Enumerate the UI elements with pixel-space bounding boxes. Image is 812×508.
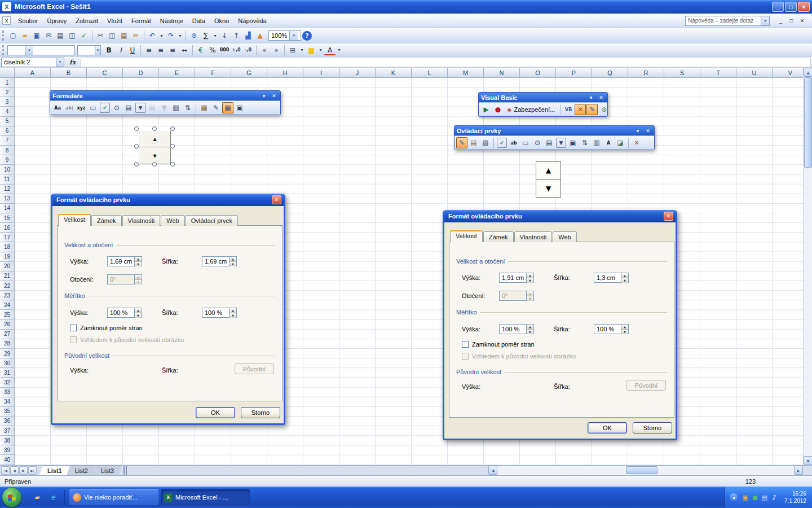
fill-color-dropdown[interactable]: ▾ [317, 45, 324, 56]
column-header[interactable]: K [376, 68, 412, 78]
chevron-down-icon[interactable]: ▾ [761, 16, 769, 25]
option-button-icon[interactable]: ⊙ [532, 137, 543, 148]
row-header[interactable]: 36 [0, 417, 14, 426]
ok-button[interactable]: OK [196, 407, 235, 418]
ie-icon[interactable]: e [47, 492, 59, 503]
merge-center-icon[interactable]: ↔ [179, 45, 190, 56]
text-box-icon[interactable]: ab [508, 137, 519, 148]
script-editor-icon[interactable]: ⊛ [598, 104, 610, 115]
align-left-icon[interactable]: ≡ [143, 45, 155, 56]
view-code-icon[interactable]: ▧ [480, 137, 491, 148]
sort-descending-icon[interactable]: ↑ [231, 30, 242, 41]
bold-icon[interactable]: B [103, 45, 114, 56]
autosum-icon[interactable]: ∑ [200, 30, 211, 41]
vertical-scrollbar[interactable]: ▲ ▼ [803, 68, 812, 465]
column-header[interactable]: P [556, 68, 592, 78]
control-toolbox-icon[interactable]: ✕ [575, 104, 586, 115]
column-header[interactable]: I [303, 68, 339, 78]
zoom-combo[interactable]: 100% ▾ [268, 30, 301, 41]
scale-width-input[interactable]: 100 % ▲▼ [202, 308, 237, 318]
row-header[interactable]: 19 [0, 252, 14, 262]
row-header[interactable]: 31 [0, 368, 14, 378]
scale-height-input[interactable]: 100 % ▲▼ [499, 324, 534, 334]
spelling-icon[interactable]: ✓ [78, 30, 90, 41]
combo-box-icon[interactable]: ▼ [135, 103, 145, 113]
run-dialog-icon[interactable]: ▣ [234, 102, 245, 113]
spin-up-icon[interactable]: ▲ [527, 325, 533, 330]
label-icon[interactable]: A [603, 137, 614, 148]
tab-velikost[interactable]: Velikost [58, 214, 91, 226]
scale-height-input[interactable]: 100 % ▲▼ [107, 308, 142, 318]
column-header[interactable]: R [628, 68, 664, 78]
column-header[interactable]: H [267, 68, 303, 78]
row-header[interactable]: 18 [0, 242, 14, 252]
row-header[interactable]: 8 [0, 146, 14, 155]
spin-down-icon[interactable]: ▼ [621, 330, 628, 334]
column-header[interactable]: F [195, 68, 231, 78]
font-name-combo[interactable]: ▾ [7, 45, 75, 55]
more-controls-icon[interactable]: ✕ [631, 137, 642, 148]
hyperlink-icon[interactable]: ⊕ [188, 30, 200, 41]
insert-function-button[interactable]: fx [66, 59, 79, 66]
dialog-titlebar[interactable]: Formát ovládacího prvku ✕ [52, 194, 284, 206]
security-button[interactable]: ◈ Zabezpečení... [504, 105, 558, 115]
paste-icon[interactable]: ▤ [118, 30, 130, 41]
column-header[interactable]: D [123, 68, 159, 78]
previous-sheet-button[interactable]: ◀ [10, 466, 19, 475]
spin-down-icon[interactable]: ▼ [135, 313, 142, 318]
row-header[interactable]: 3 [0, 97, 14, 107]
percent-icon[interactable]: % [207, 45, 218, 56]
comma-style-icon[interactable]: 000 [219, 45, 230, 56]
spin-button-icon[interactable]: ⇅ [182, 102, 193, 113]
workbook-close-button[interactable]: ✕ [798, 17, 806, 25]
spin-up-icon[interactable]: ▲ [621, 273, 628, 278]
spin-down-icon[interactable]: ▼ [527, 278, 533, 283]
selection-handle[interactable] [170, 144, 175, 148]
font-color-dropdown[interactable]: ▾ [336, 45, 342, 56]
spin-down-arrow-icon[interactable]: ▼ [536, 180, 561, 198]
vb-editor-icon[interactable]: VB [563, 104, 574, 115]
print-preview-icon[interactable]: ◫ [67, 30, 78, 41]
spin-up-arrow-icon[interactable]: ▲ [139, 130, 171, 147]
spin-up-icon[interactable]: ▲ [621, 325, 628, 330]
selection-handle[interactable] [170, 162, 175, 167]
scale-width-input[interactable]: 100 % ▲▼ [594, 324, 629, 334]
selection-handle[interactable] [134, 126, 139, 131]
taskbar-clock[interactable]: 16:26 7.1.2012 [784, 490, 806, 505]
align-right-icon[interactable]: ≡ [167, 45, 178, 56]
row-header[interactable]: 14 [0, 204, 14, 213]
taskbar-task[interactable]: Vie niekto poradiť... [69, 489, 158, 505]
horizontal-scrollbar[interactable]: ◀ ▶ [488, 466, 803, 475]
tab-vlastnosti[interactable]: Vlastnosti [514, 231, 553, 242]
scroll-down-icon[interactable]: ▼ [804, 456, 812, 465]
font-size-combo[interactable]: ▾ [77, 45, 101, 55]
chevron-down-icon[interactable]: ▾ [25, 46, 33, 55]
tab-web[interactable]: Web [161, 215, 184, 226]
group-box-icon[interactable]: xyz [76, 102, 87, 113]
spin-up-icon[interactable]: ▲ [230, 308, 236, 313]
spin-down-icon[interactable]: ▼ [230, 262, 236, 266]
italic-icon[interactable]: I [115, 45, 126, 56]
toolbar-options-icon[interactable]: ▾ [260, 92, 268, 99]
fill-color-icon[interactable]: ▆ [306, 45, 317, 56]
row-header[interactable]: 22 [0, 281, 14, 291]
row-header[interactable]: 39 [0, 445, 14, 455]
underline-icon[interactable]: U [127, 45, 138, 56]
selection-handle[interactable] [170, 126, 175, 131]
row-header[interactable]: 12 [0, 185, 14, 194]
menu-item[interactable]: Vložit [103, 15, 127, 27]
close-icon[interactable]: ✕ [270, 92, 278, 99]
spin-down-icon[interactable]: ▼ [230, 313, 236, 318]
column-header[interactable]: T [700, 68, 736, 78]
row-header[interactable]: 11 [0, 174, 14, 184]
new-icon[interactable]: ▢ [7, 30, 19, 41]
lock-aspect-checkbox[interactable]: Zamknout poměr stran [70, 325, 143, 331]
tab-split-handle[interactable] [123, 466, 127, 475]
window-titlebar[interactable]: X Microsoft Excel - Sešit1 _ □ ✕ [0, 0, 812, 14]
selection-handle[interactable] [134, 162, 139, 167]
toggle-button-icon[interactable]: ▣ [567, 137, 579, 148]
row-header[interactable]: 4 [0, 107, 14, 116]
tab-zámek[interactable]: Zámek [91, 215, 122, 226]
restore-button[interactable]: □ [785, 2, 797, 12]
forms-spin-button[interactable]: ▲ ▼ [139, 130, 171, 164]
